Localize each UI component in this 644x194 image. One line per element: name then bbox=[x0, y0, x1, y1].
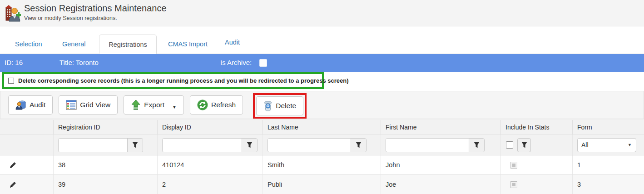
funnel-icon bbox=[356, 142, 362, 148]
cell-last-name: Smith bbox=[263, 155, 381, 175]
table-row: 38 410124 Smith John 1 bbox=[0, 155, 644, 175]
first-name-filter-input[interactable] bbox=[386, 139, 469, 152]
include-in-stats-filter-button[interactable] bbox=[517, 138, 531, 152]
session-registrations-maintenance-page: Session Registrations Maintenance View o… bbox=[0, 0, 644, 194]
grid-toolbar: Audit Grid View Export ▼ bbox=[0, 91, 644, 119]
audit-button[interactable]: Audit bbox=[8, 95, 53, 114]
tab-strip: Selection General Registrations CMAS Imp… bbox=[0, 27, 644, 54]
tab-cmas-import[interactable]: CMAS Import bbox=[168, 35, 208, 54]
pencil-icon bbox=[9, 161, 17, 169]
registrations-grid: Registration ID Display ID Last Name Fir… bbox=[0, 119, 644, 194]
column-header-edit bbox=[0, 120, 54, 135]
delete-button-highlight: Delete bbox=[253, 93, 307, 119]
cell-display-id: 410124 bbox=[158, 155, 263, 175]
cell-include-in-stats bbox=[501, 155, 573, 175]
refresh-icon bbox=[197, 99, 208, 110]
tab-audit[interactable]: Audit bbox=[225, 33, 240, 52]
delete-button[interactable]: Delete bbox=[256, 96, 303, 115]
display-id-filter-input[interactable] bbox=[163, 139, 242, 152]
grid-view-button-label: Grid View bbox=[80, 101, 110, 109]
cell-registration-id: 39 bbox=[54, 175, 158, 194]
grid-filter-row: All ▼ bbox=[0, 135, 644, 155]
include-in-stats-disabled-checkbox bbox=[510, 162, 517, 169]
session-title-label: Title: Toronto bbox=[59, 59, 99, 66]
cell-first-name: Joe bbox=[381, 175, 501, 194]
funnel-icon bbox=[247, 142, 253, 148]
filter-cell-form: All ▼ bbox=[573, 135, 644, 155]
edit-row-button[interactable] bbox=[0, 155, 54, 175]
page-subtitle: View or modify Session registrations. bbox=[24, 15, 117, 21]
filter-cell-registration-id bbox=[54, 135, 158, 155]
cell-include-in-stats bbox=[501, 175, 573, 194]
cell-last-name: Publi bbox=[263, 175, 381, 194]
page-header: Session Registrations Maintenance View o… bbox=[0, 0, 644, 26]
funnel-icon bbox=[474, 142, 480, 148]
dropdown-caret-icon: ▼ bbox=[628, 143, 632, 147]
cell-form: 1 bbox=[573, 155, 644, 175]
filter-cell-display-id bbox=[158, 135, 263, 155]
refresh-button[interactable]: Refresh bbox=[190, 95, 243, 114]
tab-general[interactable]: General bbox=[62, 35, 86, 54]
registration-id-filter-input[interactable] bbox=[59, 139, 127, 152]
tab-registrations[interactable]: Registrations bbox=[99, 35, 157, 54]
export-dropdown-caret-icon[interactable]: ▼ bbox=[172, 104, 177, 109]
export-button[interactable]: Export ▼ bbox=[124, 95, 184, 114]
column-header-registration-id[interactable]: Registration ID bbox=[54, 120, 158, 135]
filter-cell-edit bbox=[0, 135, 54, 155]
delete-score-records-option-highlight: Delete corresponding score records (this… bbox=[2, 72, 324, 89]
display-id-filter-button[interactable] bbox=[242, 139, 257, 152]
session-info-bar: ID: 16 Title: Toronto Is Archive: bbox=[0, 54, 644, 72]
first-name-filter-button[interactable] bbox=[469, 139, 484, 152]
funnel-icon bbox=[521, 142, 527, 148]
cell-display-id: 2 bbox=[158, 175, 263, 194]
registration-id-filter-button[interactable] bbox=[127, 139, 143, 152]
delete-trash-icon bbox=[263, 100, 272, 111]
is-archive-checkbox[interactable] bbox=[259, 59, 267, 67]
tab-selection[interactable]: Selection bbox=[15, 35, 42, 54]
filter-cell-last-name bbox=[263, 135, 381, 155]
delete-score-records-label: Delete corresponding score records (this… bbox=[18, 77, 348, 84]
delete-score-records-checkbox[interactable] bbox=[8, 78, 14, 84]
column-header-include-in-stats[interactable]: Include In Stats bbox=[501, 120, 573, 135]
column-header-first-name[interactable]: First Name bbox=[381, 120, 501, 135]
filter-cell-include-in-stats bbox=[501, 135, 573, 155]
last-name-filter-input[interactable] bbox=[268, 139, 351, 152]
audit-icon bbox=[15, 99, 26, 110]
form-filter-selected-value: All bbox=[581, 141, 589, 149]
is-archive-label: Is Archive: bbox=[220, 59, 252, 66]
session-registrations-app-icon bbox=[5, 4, 21, 22]
cell-registration-id: 38 bbox=[54, 155, 158, 175]
form-filter-dropdown[interactable]: All ▼ bbox=[577, 138, 636, 152]
funnel-icon bbox=[132, 142, 138, 148]
column-header-display-id[interactable]: Display ID bbox=[158, 120, 263, 135]
table-row: 39 2 Publi Joe 3 bbox=[0, 175, 644, 194]
cell-first-name: John bbox=[381, 155, 501, 175]
export-button-label: Export bbox=[144, 101, 164, 109]
column-header-form[interactable]: Form bbox=[573, 120, 644, 135]
session-id-label: ID: 16 bbox=[5, 59, 23, 66]
include-in-stats-filter-checkbox[interactable] bbox=[506, 141, 513, 149]
export-icon bbox=[131, 99, 141, 110]
grid-view-icon bbox=[66, 100, 77, 110]
pencil-icon bbox=[9, 181, 17, 189]
audit-button-label: Audit bbox=[30, 101, 45, 109]
delete-button-label: Delete bbox=[276, 102, 296, 110]
last-name-filter-button[interactable] bbox=[351, 139, 366, 152]
page-title: Session Registrations Maintenance bbox=[24, 3, 167, 14]
edit-row-button[interactable] bbox=[0, 175, 54, 194]
grid-view-button[interactable]: Grid View bbox=[59, 95, 118, 114]
grid-header-row: Registration ID Display ID Last Name Fir… bbox=[0, 120, 644, 135]
refresh-button-label: Refresh bbox=[211, 101, 236, 109]
include-in-stats-disabled-checkbox bbox=[510, 181, 517, 188]
column-header-last-name[interactable]: Last Name bbox=[263, 120, 381, 135]
cell-form: 3 bbox=[573, 175, 644, 194]
filter-cell-first-name bbox=[381, 135, 501, 155]
